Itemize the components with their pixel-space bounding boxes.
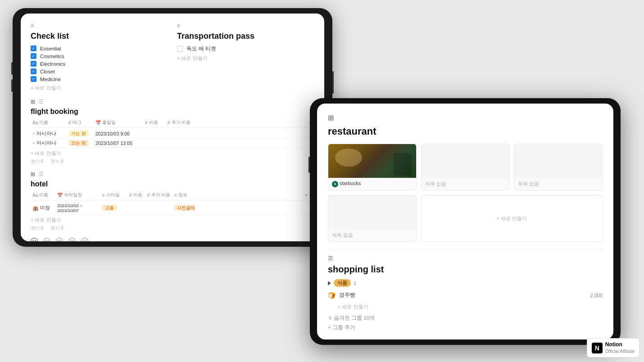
front-power-button [308,157,310,173]
shopping-add-item[interactable]: + 새로 만들기 [328,303,603,310]
circle-03: 03 [31,238,38,241]
flight-count-2: 갯기 0 [50,158,63,165]
checklist-label-closet: Closet [40,69,55,74]
flight-footer: 갯기 0 갯기 0 [31,158,314,165]
flight-row1-date: 2023/10/03 9:00 [94,131,143,136]
hotel-table: Aa 이름 📅 숙박일정 ≡ 스타일 # 비용 # 추가 비용 ≡ 정보 + ·… [31,192,314,231]
transport-add-new[interactable]: + 새로 만들기 [177,55,314,62]
add-group-button[interactable]: + 그룹 추가 [328,324,603,331]
volume-button-2 [11,79,13,92]
transport-checkbox-ferry[interactable] [177,46,183,52]
shopping-title: shopping list [328,264,603,275]
hotel-col-info: ≡ 정보 [172,192,195,198]
hotel-col-dates: 📅 숙박일정 [55,192,100,198]
hidden-groups-toggle[interactable]: ∨ 숨겨진 그룹 10개 [328,315,603,321]
checklist-item-essential: ✓ Essential [31,45,168,51]
gallery-card-starbucks[interactable]: S starbucks [328,144,417,190]
checklist-item-cosmetics: ✓ Cosmetics [31,53,168,59]
back-screen-content: ≡ Check list ✓ Essential ✓ Cosmetics ✓ E… [21,14,324,241]
flight-row-1: ≡아시아나 가는 편 2023/10/03 9:00 [31,129,314,139]
timeline-tabs-row: 03 04 05 06 07 [31,238,314,241]
flight-table-header: Aa 이름 # 태그 📅 출발일 # 비용 # 추가 비용 ··· [31,119,314,128]
col-tag: # 태그 [67,119,94,126]
timeline-section: 03 04 05 06 07 [31,238,314,241]
shopping-item-left: 🍞 경주빵 [328,291,355,299]
shopping-list-icon: ☰ [328,255,603,262]
empty-card-label-2: 제목 없음 [514,178,602,190]
flight-row2-tag: 오는 편 [67,140,94,146]
timeline-tab-07[interactable]: 07 [81,238,88,241]
col-extra: # 추가 비용 [166,119,197,126]
restaurant-gallery: S starbucks 제목 없음 제목 없음 제목 없음 [328,144,603,242]
checkbox-essential[interactable]: ✓ [31,45,36,51]
flight-row2-date: 2023/10/07 13:05 [94,140,143,146]
empty-card-img-1 [422,144,509,178]
timeline-tab-03[interactable]: 03 [31,238,38,241]
transport-label-ferry: 독도 배 티켓 [186,45,216,52]
hotel-row1-dates: 2023/10/03 ~2023/10/07 [55,203,100,213]
flight-title: flight booking [31,108,314,116]
flight-add-new[interactable]: + 새로 만들기 [31,150,314,157]
section-divider [328,249,603,249]
circle-05: 05 [56,238,63,241]
starbucks-image [328,144,416,178]
notion-icon: N [592,343,603,353]
empty-card-label-1: 제목 없음 [422,178,509,190]
flight-tab-table[interactable]: ⊞ [31,99,35,105]
checkbox-electronics[interactable]: ✓ [31,61,36,67]
hotel-tab-table[interactable]: ⊞ [31,171,35,177]
checklist-icon: ≡ [31,23,34,29]
tablet-back-screen: ≡ Check list ✓ Essential ✓ Cosmetics ✓ E… [21,14,324,241]
flight-count-1: 갯기 0 [31,158,43,165]
starbucks-label: S starbucks [328,178,416,190]
hotel-count-1: 갯기 0 [31,225,43,231]
checklist-add-new[interactable]: + 새로 만들기 [31,85,168,91]
shopping-section: ☰ shopping list 식품 1 🍞 경주빵 2,000 + 새로 만들… [328,255,603,331]
checklist-item-closet: ✓ Closet [31,68,168,74]
restaurant-photo [328,144,416,178]
hotel-section: ⊞ ☰ hotel Aa 이름 📅 숙박일정 ≡ 스타일 # 비용 # 추가 비… [31,171,314,231]
gallery-card-empty-3[interactable]: 제목 없음 [328,195,417,242]
transport-icon: ≡ [177,23,180,29]
timeline-tab-04[interactable]: 04 [43,238,50,241]
transport-item-ferry: 독도 배 티켓 [177,45,314,52]
starbucks-logo: S [332,181,338,187]
checklist-label-medicine: Medicine [40,77,61,82]
timeline-tab-05[interactable]: 05 [56,238,63,241]
notion-badge: N Notion Official Affiliate [587,338,639,357]
checkbox-closet[interactable]: ✓ [31,68,36,74]
col-name: Aa 이름 [31,119,67,126]
hotel-tabs: ⊞ ☰ [31,171,314,177]
tablet-front: ⊞ restaurant S starbucks 제목 없음 [310,98,621,345]
hotel-tab-list[interactable]: ☰ [39,171,44,177]
flight-row1-name: ≡아시아나 [31,131,67,137]
circle-07: 07 [81,238,88,241]
tablet-back: ≡ Check list ✓ Essential ✓ Cosmetics ✓ E… [13,8,332,247]
front-content: ⊞ restaurant S starbucks 제목 없음 [317,104,613,339]
checklist-item-medicine: ✓ Medicine [31,76,168,82]
flight-tab-list[interactable]: ☰ [39,99,44,105]
gallery-card-add[interactable]: + 새로 만들기 [421,195,603,242]
hotel-row1-info: 사전결제 [172,205,195,211]
hotel-col-style: ≡ 스타일 [100,192,127,198]
checkbox-medicine[interactable]: ✓ [31,76,36,82]
empty-card-img-2 [514,144,602,178]
hotel-col-cost: # 비용 [127,192,145,198]
circle-06: 06 [68,238,76,241]
notion-badge-subtitle: Official Affiliate [605,348,635,354]
checklist-label-essential: Essential [40,46,61,51]
shopping-item-label: 경주빵 [339,291,355,299]
transport-title: Transportation pass [177,32,314,41]
checkbox-cosmetics[interactable]: ✓ [31,53,36,59]
group-collapse-icon[interactable] [328,281,331,285]
timeline-tab-06[interactable]: 06 [68,238,76,241]
empty-card-img-3 [328,195,416,229]
gallery-card-empty-1[interactable]: 제목 없음 [421,144,510,190]
restaurant-icon-row: ⊞ [328,113,603,122]
col-cost: # 비용 [143,119,166,126]
hotel-add-new[interactable]: + 새로 만들기 [31,217,314,223]
gallery-card-empty-2[interactable]: 제목 없음 [514,144,603,190]
checklist-label-cosmetics: Cosmetics [40,54,64,59]
col-departure: 📅 출발일 [94,119,143,126]
shopping-group-header: 식품 1 [328,279,603,287]
